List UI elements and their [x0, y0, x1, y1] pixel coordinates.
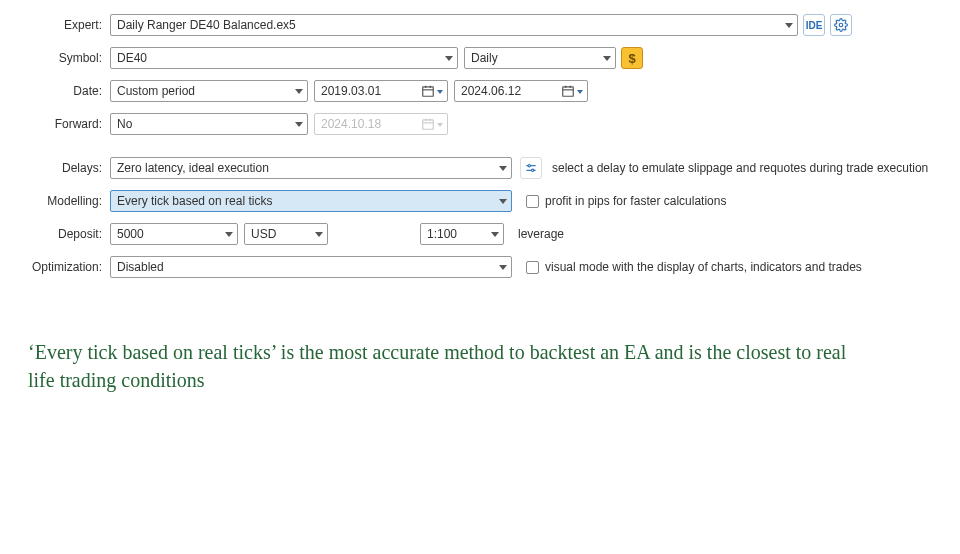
delays-label: Delays: [18, 161, 110, 175]
forward-row: Forward: No 2024.10.18 [18, 113, 942, 135]
date-from-input[interactable]: 2019.03.01 [314, 80, 448, 102]
calendar-icon [421, 116, 443, 132]
settings-button[interactable] [830, 14, 852, 36]
symbol-select[interactable]: DE40 [110, 47, 458, 69]
symbol-row: Symbol: DE40 Daily $ [18, 47, 942, 69]
calendar-icon [421, 83, 443, 99]
expert-value: Daily Ranger DE40 Balanced.ex5 [117, 18, 791, 32]
period-select[interactable]: Daily [464, 47, 616, 69]
delays-value: Zero latency, ideal execution [117, 161, 505, 175]
deposit-amount-select[interactable]: 5000 [110, 223, 238, 245]
symbol-info-button[interactable]: $ [621, 47, 643, 69]
svg-point-16 [532, 169, 534, 171]
optimization-label: Optimization: [18, 260, 110, 274]
leverage-value: 1:100 [427, 227, 497, 241]
gear-icon [834, 18, 848, 32]
date-to-input[interactable]: 2024.06.12 [454, 80, 588, 102]
modelling-select[interactable]: Every tick based on real ticks [110, 190, 512, 212]
ide-button-label: IDE [806, 20, 823, 31]
svg-rect-1 [423, 87, 434, 96]
leverage-label: leverage [518, 227, 564, 241]
date-to-value: 2024.06.12 [461, 84, 557, 98]
expert-row: Expert: Daily Ranger DE40 Balanced.ex5 I… [18, 14, 942, 36]
ide-button[interactable]: IDE [803, 14, 825, 36]
optimization-value: Disabled [117, 260, 505, 274]
leverage-select[interactable]: 1:100 [420, 223, 504, 245]
date-label: Date: [18, 84, 110, 98]
expert-select[interactable]: Daily Ranger DE40 Balanced.ex5 [110, 14, 798, 36]
delays-hint: select a delay to emulate slippage and r… [552, 161, 928, 175]
forward-mode-select[interactable]: No [110, 113, 308, 135]
caption-text: ‘Every tick based on real ticks’ is the … [18, 338, 878, 394]
svg-point-0 [839, 23, 843, 27]
expert-label: Expert: [18, 18, 110, 32]
visual-mode-label: visual mode with the display of charts, … [545, 260, 862, 274]
svg-rect-5 [563, 87, 574, 96]
date-mode-select[interactable]: Custom period [110, 80, 308, 102]
visual-mode-checkbox[interactable] [526, 261, 539, 274]
dollar-icon: $ [628, 51, 635, 66]
calendar-icon [561, 83, 583, 99]
period-value: Daily [471, 51, 609, 65]
deposit-amount-value: 5000 [117, 227, 231, 241]
forward-label: Forward: [18, 117, 110, 131]
modelling-row: Modelling: Every tick based on real tick… [18, 190, 942, 212]
pips-checkbox-label: profit in pips for faster calculations [545, 194, 726, 208]
pips-checkbox[interactable] [526, 195, 539, 208]
optimization-row: Optimization: Disabled visual mode with … [18, 256, 942, 278]
symbol-label: Symbol: [18, 51, 110, 65]
deposit-currency-value: USD [251, 227, 321, 241]
deposit-row: Deposit: 5000 USD 1:100 leverage [18, 223, 942, 245]
modelling-label: Modelling: [18, 194, 110, 208]
date-mode-value: Custom period [117, 84, 301, 98]
delays-row: Delays: Zero latency, ideal execution se… [18, 157, 942, 179]
optimization-select[interactable]: Disabled [110, 256, 512, 278]
sliders-icon [524, 161, 538, 175]
delays-select[interactable]: Zero latency, ideal execution [110, 157, 512, 179]
date-from-value: 2019.03.01 [321, 84, 417, 98]
forward-date-input: 2024.10.18 [314, 113, 448, 135]
date-row: Date: Custom period 2019.03.01 2024.06.1… [18, 80, 942, 102]
forward-date-value: 2024.10.18 [321, 117, 417, 131]
svg-point-14 [528, 165, 530, 167]
delays-settings-button[interactable] [520, 157, 542, 179]
deposit-currency-select[interactable]: USD [244, 223, 328, 245]
forward-mode-value: No [117, 117, 301, 131]
svg-rect-9 [423, 120, 434, 129]
modelling-value: Every tick based on real ticks [117, 194, 505, 208]
deposit-label: Deposit: [18, 227, 110, 241]
symbol-value: DE40 [117, 51, 451, 65]
